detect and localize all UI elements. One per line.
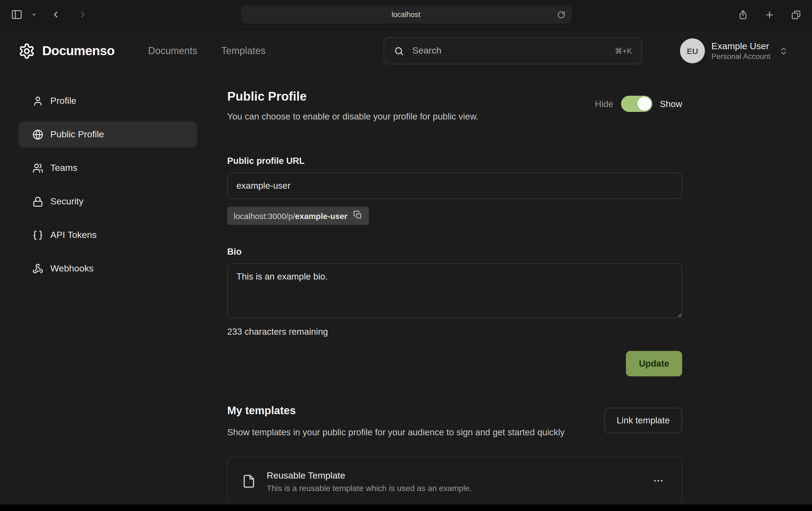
visibility-toggle-group: Hide Show: [595, 96, 682, 112]
sidebar-item-label: Security: [50, 196, 84, 207]
chevron-right-icon: [78, 10, 88, 20]
share-button[interactable]: [736, 7, 750, 22]
divider: [227, 136, 682, 136]
screen: localhost: [0, 0, 812, 511]
avatar: EU: [680, 38, 705, 63]
sidebar-item-profile[interactable]: Profile: [19, 88, 197, 114]
page-title: Public Profile: [227, 89, 478, 104]
documenso-logo-icon: [19, 42, 35, 59]
sidebar-item-security[interactable]: Security: [19, 189, 197, 215]
template-name: Reusable Template: [267, 470, 472, 481]
template-options-button[interactable]: [649, 471, 668, 491]
sidebar-item-api-tokens[interactable]: API Tokens: [19, 222, 197, 248]
brand-name: Documenso: [42, 43, 115, 58]
chevrons-up-down-icon: [779, 46, 788, 55]
sidebar-item-label: Public Profile: [50, 129, 104, 140]
globe-icon: [32, 129, 43, 140]
app-body: Profile Public Profile Teams: [0, 72, 812, 505]
top-nav: Documents Templates: [148, 45, 266, 57]
webhook-icon: [32, 263, 43, 274]
file-icon: [242, 474, 256, 488]
share-icon: [738, 9, 748, 20]
hide-label: Hide: [595, 99, 613, 109]
template-description: This is a reusable template which is use…: [267, 483, 472, 492]
search-shortcut: ⌘+K: [615, 47, 632, 55]
address-bar[interactable]: localhost: [240, 6, 572, 24]
users-icon: [32, 163, 43, 174]
public-profile-url-input[interactable]: [227, 173, 682, 199]
app-header: Documenso Documents Templates ⌘+K EU Exa…: [0, 30, 812, 72]
copy-url-button[interactable]: [353, 210, 362, 221]
share-url-badge: localhost:3000/p/example-user: [227, 207, 369, 225]
user-icon: [32, 96, 43, 107]
templates-description: Show templates in your public profile fo…: [227, 426, 564, 439]
search-icon: [394, 46, 404, 56]
main-content: Public Profile You can choose to enable …: [197, 72, 714, 505]
templates-title: My templates: [227, 404, 564, 417]
sidebar-item-label: API Tokens: [50, 230, 96, 241]
search-input[interactable]: [411, 45, 608, 57]
user-account-type: Personal Account: [712, 52, 770, 61]
sidebar-item-webhooks[interactable]: Webhooks: [19, 256, 197, 282]
link-template-button[interactable]: Link template: [604, 408, 682, 433]
show-label: Show: [660, 99, 682, 109]
brand-link[interactable]: Documenso: [19, 42, 115, 59]
lock-icon: [32, 196, 43, 207]
my-templates-section: My templates Show templates in your publ…: [227, 404, 682, 505]
sidebar-panel-icon: [11, 9, 23, 21]
user-menu[interactable]: EU Example User Personal Account: [680, 38, 788, 63]
toggle-knob: [637, 97, 651, 111]
share-url-text: localhost:3000/p/example-user: [234, 211, 347, 220]
sidebar-item-label: Profile: [50, 96, 76, 107]
reload-button[interactable]: [555, 8, 567, 21]
tab-overview-button[interactable]: [789, 7, 803, 22]
sidebar-toggle-button[interactable]: [9, 6, 25, 23]
update-button[interactable]: Update: [626, 351, 682, 377]
sidebar-item-label: Teams: [50, 163, 77, 174]
url-field-label: Public profile URL: [227, 156, 682, 166]
user-name: Example User: [712, 40, 770, 52]
forward-button[interactable]: [76, 7, 90, 22]
new-tab-button[interactable]: [762, 7, 777, 22]
nav-templates[interactable]: Templates: [221, 45, 266, 57]
address-bar-url: localhost: [392, 10, 420, 19]
chevron-down-icon: [31, 12, 37, 17]
page-subtitle: You can choose to enable or disable your…: [227, 111, 478, 122]
tabs-icon: [791, 9, 801, 20]
window-bottom-strip: [0, 505, 812, 511]
sidebar-item-teams[interactable]: Teams: [19, 155, 197, 181]
template-card: Reusable Template This is a reusable tem…: [227, 457, 682, 505]
sidebar-item-public-profile[interactable]: Public Profile: [19, 122, 197, 148]
profile-visibility-toggle[interactable]: [621, 96, 652, 112]
plus-icon: [764, 9, 775, 20]
nav-documents[interactable]: Documents: [148, 45, 198, 57]
sidebar-item-label: Webhooks: [50, 263, 94, 274]
search-bar[interactable]: ⌘+K: [383, 37, 642, 64]
copy-icon: [353, 210, 362, 221]
reload-icon: [557, 10, 565, 19]
characters-remaining: 233 characters remaining: [227, 327, 682, 337]
chevron-left-icon: [51, 10, 61, 20]
ellipsis-icon: [652, 475, 664, 488]
browser-chrome: localhost: [0, 0, 812, 30]
settings-sidebar: Profile Public Profile Teams: [0, 72, 197, 505]
bio-field-label: Bio: [227, 247, 682, 257]
braces-icon: [32, 230, 43, 241]
sidebar-menu-chevron-button[interactable]: [29, 10, 39, 20]
app: Documenso Documents Templates ⌘+K EU Exa…: [0, 30, 812, 505]
bio-textarea[interactable]: This is an example bio.: [227, 263, 682, 318]
back-button[interactable]: [49, 7, 63, 22]
